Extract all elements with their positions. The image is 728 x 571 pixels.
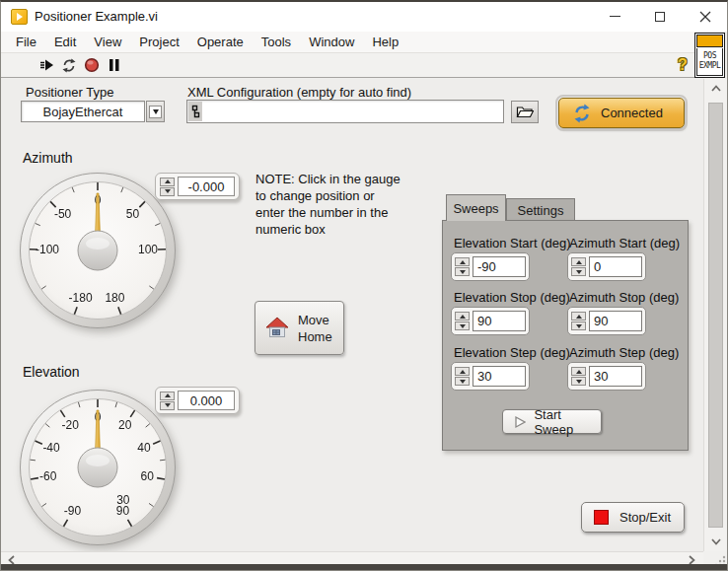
increment-button[interactable]: [571, 312, 586, 321]
run-continuously-button[interactable]: [60, 56, 78, 74]
svg-text:30: 30: [116, 493, 130, 507]
azimuth-value[interactable]: -0.000: [178, 177, 235, 196]
folder-icon: [516, 106, 534, 118]
menu-window[interactable]: Window: [300, 32, 363, 53]
elevation-step-input[interactable]: 30: [451, 362, 530, 391]
svg-text:60: 60: [141, 469, 155, 483]
maximize-icon: [655, 12, 665, 22]
vi-icon-badge[interactable]: POS EXMPL: [694, 33, 725, 78]
positioner-type-dropdown[interactable]: BojayEthercat: [21, 101, 145, 122]
decrement-button[interactable]: [455, 267, 470, 276]
elevation-stop-value[interactable]: 90: [473, 311, 526, 331]
decrement-button[interactable]: [160, 187, 175, 196]
minimize-button[interactable]: [592, 2, 637, 31]
menu-edit[interactable]: Edit: [45, 32, 85, 53]
elevation-stop-label: Elevation Stop (deg): [454, 290, 570, 305]
start-sweep-label: Start Sweep: [534, 407, 601, 437]
context-help-button[interactable]: ?: [674, 54, 692, 76]
elevation-start-value[interactable]: -90: [473, 256, 526, 277]
menu-project[interactable]: Project: [130, 32, 187, 53]
close-icon: [699, 11, 711, 23]
decrement-button[interactable]: [571, 321, 586, 330]
svg-text:100: 100: [138, 243, 158, 256]
svg-text:-90: -90: [64, 504, 82, 518]
increment-button[interactable]: [455, 367, 470, 376]
decrement-button[interactable]: [455, 321, 470, 330]
abort-button[interactable]: [83, 56, 101, 74]
xml-config-label: XML Configuration (empty for auto find): [187, 85, 411, 100]
vertical-scrollbar-thumb[interactable]: [708, 103, 723, 528]
connected-button-label: Connected: [601, 106, 663, 120]
tab-settings[interactable]: Settings: [506, 198, 575, 221]
azimuth-stop-input[interactable]: 90: [567, 307, 646, 335]
azimuth-start-input[interactable]: 0: [567, 252, 646, 281]
chevron-down-icon: [149, 106, 162, 118]
up-arrow-icon: [165, 393, 171, 397]
elevation-step-label: Elevation Step (deg): [454, 345, 570, 360]
menu-tools[interactable]: Tools: [253, 32, 300, 53]
azimuth-stop-label: Azimuth Stop (deg): [569, 290, 679, 305]
azimuth-start-value[interactable]: 0: [589, 256, 642, 277]
run-icon: [38, 58, 54, 72]
stop-exit-label: Stop/Exit: [619, 510, 671, 525]
play-icon: [513, 415, 526, 429]
increment-button[interactable]: [571, 367, 586, 376]
text-cursor-icon: [188, 102, 202, 121]
svg-text:20: 20: [118, 418, 132, 432]
xml-config-input[interactable]: [186, 100, 504, 123]
pause-button[interactable]: [106, 56, 123, 74]
stop-exit-button[interactable]: Stop/Exit: [581, 502, 685, 533]
azimuth-stop-value[interactable]: 90: [589, 311, 642, 331]
increment-button[interactable]: [455, 312, 470, 321]
increment-button[interactable]: [455, 257, 470, 266]
connected-button[interactable]: Connected: [558, 98, 685, 128]
chevron-down-icon: [710, 535, 722, 547]
menu-operate[interactable]: Operate: [188, 32, 253, 53]
move-home-label: Move Home: [298, 312, 332, 345]
pause-icon: [109, 58, 120, 72]
vertical-scrollbar[interactable]: [703, 79, 727, 551]
increment-button[interactable]: [571, 257, 586, 266]
elevation-start-input[interactable]: -90: [451, 252, 530, 281]
vi-window: Positioner Example.vi File Edit View Pro…: [0, 0, 728, 571]
elevation-stop-input[interactable]: 90: [451, 307, 530, 335]
decrement-button[interactable]: [571, 377, 586, 386]
decrement-button[interactable]: [571, 267, 586, 276]
window-title: Positioner Example.vi: [35, 9, 158, 24]
toolbar: [1, 53, 695, 78]
maximize-button[interactable]: [637, 2, 683, 31]
close-button[interactable]: [683, 2, 728, 31]
decrement-button[interactable]: [455, 377, 470, 386]
start-sweep-button[interactable]: Start Sweep: [502, 409, 602, 434]
positioner-type-dropdown-button[interactable]: [146, 101, 165, 122]
scroll-down-button[interactable]: [710, 535, 722, 547]
abort-icon: [84, 57, 100, 73]
decrement-button[interactable]: [160, 401, 175, 410]
elevation-display[interactable]: 0.000: [155, 387, 240, 414]
azimuth-spinner: [160, 178, 175, 196]
svg-text:40: 40: [137, 441, 151, 455]
svg-text:-50: -50: [54, 207, 72, 221]
elevation-value[interactable]: 0.000: [178, 391, 235, 410]
svg-text:-180: -180: [69, 291, 93, 305]
increment-button[interactable]: [160, 392, 175, 400]
move-home-button[interactable]: Move Home: [255, 301, 344, 355]
increment-button[interactable]: [160, 178, 175, 186]
azimuth-step-value[interactable]: 30: [589, 366, 642, 387]
browse-file-button[interactable]: [511, 101, 539, 123]
run-button[interactable]: [37, 56, 55, 74]
azimuth-display[interactable]: -0.000: [155, 173, 240, 200]
vi-icon-text: POS EXMPL: [696, 48, 723, 76]
window-bottom-edge: [1, 564, 727, 570]
up-arrow-icon: [165, 179, 171, 183]
azimuth-step-input[interactable]: 30: [567, 362, 646, 391]
labview-app-icon: [11, 9, 28, 25]
home-icon: [264, 316, 290, 340]
menu-file[interactable]: File: [7, 32, 45, 53]
tab-sweeps[interactable]: Sweeps: [446, 194, 506, 221]
menu-help[interactable]: Help: [363, 32, 407, 53]
scroll-up-button[interactable]: [710, 83, 722, 95]
menu-view[interactable]: View: [85, 32, 130, 53]
elevation-step-value[interactable]: 30: [473, 366, 526, 387]
svg-text:180: 180: [105, 291, 124, 305]
